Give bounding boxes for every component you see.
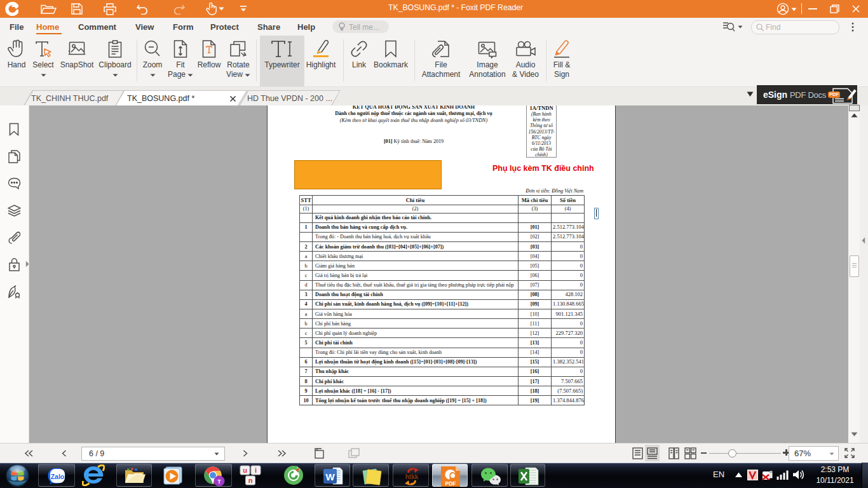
svg-text:i: i bbox=[255, 466, 257, 474]
svg-text:T: T bbox=[217, 478, 221, 485]
svg-text:PDF: PDF bbox=[445, 480, 456, 487]
svg-text:u: u bbox=[243, 466, 247, 474]
svg-text:W: W bbox=[325, 471, 335, 482]
svg-text:Zalo: Zalo bbox=[51, 473, 65, 480]
svg-text:n: n bbox=[248, 477, 253, 484]
svg-text:htkk: htkk bbox=[405, 473, 419, 480]
